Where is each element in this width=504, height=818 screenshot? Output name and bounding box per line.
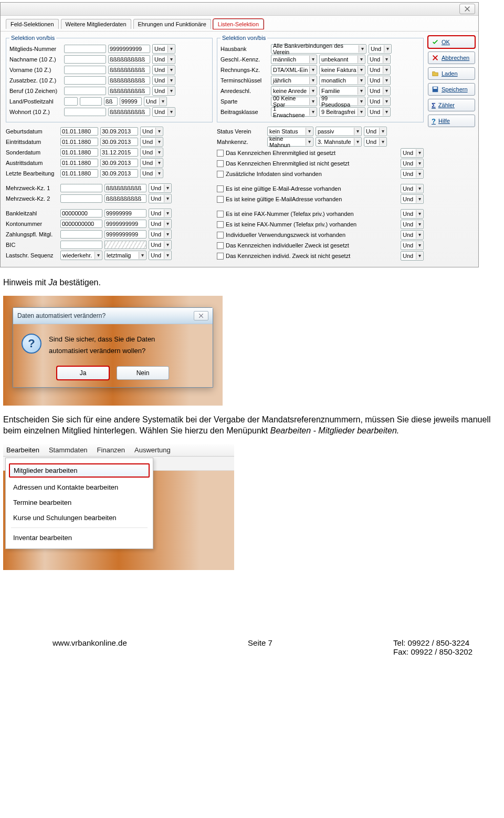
checkbox[interactable] — [217, 196, 224, 203]
operator-dropdown[interactable]: Und — [401, 220, 424, 229]
dropdown[interactable]: kein Status — [267, 127, 313, 136]
operator-dropdown[interactable]: Und — [401, 209, 424, 219]
operator-dropdown[interactable]: Und — [401, 159, 424, 168]
menu-item-mitglieder[interactable]: Mitglieder bearbeiten — [9, 463, 150, 478]
tab-weitere[interactable]: Weitere Mitgliederdaten — [61, 19, 131, 29]
count-button[interactable]: ΣZähler — [428, 99, 475, 111]
checkbox[interactable] — [217, 185, 224, 192]
operator-dropdown[interactable]: Und — [401, 241, 424, 250]
text-input[interactable] — [108, 76, 150, 85]
menu-item-termine[interactable]: Termine bearbeiten — [6, 495, 153, 510]
checkbox[interactable] — [217, 160, 224, 167]
operator-dropdown[interactable]: Und — [149, 183, 172, 193]
dropdown[interactable]: 00 Keine Spar — [271, 97, 317, 106]
operator-dropdown[interactable]: Und — [140, 169, 163, 178]
close-icon[interactable] — [194, 311, 208, 320]
operator-dropdown[interactable]: Und — [152, 86, 175, 96]
text-input[interactable] — [64, 66, 106, 74]
text-input[interactable] — [60, 184, 102, 192]
menu-item-inventar[interactable]: Inventar bearbeiten — [6, 530, 153, 545]
dropdown[interactable]: 9 Beitragsfrei — [319, 107, 365, 117]
operator-dropdown[interactable]: Und — [368, 97, 391, 106]
operator-dropdown[interactable]: Und — [152, 55, 175, 64]
cancel-button[interactable]: Abbrechen — [428, 51, 475, 64]
text-input[interactable] — [108, 87, 150, 95]
text-input[interactable] — [64, 108, 106, 116]
menu-auswertung[interactable]: Auswertung — [134, 446, 171, 454]
checkbox[interactable] — [217, 221, 224, 228]
tab-ehrungen[interactable]: Ehrungen und Funktionäre — [133, 19, 211, 29]
text-input[interactable] — [60, 230, 102, 239]
operator-dropdown[interactable]: Und — [401, 169, 424, 179]
operator-dropdown[interactable]: Und — [368, 65, 391, 75]
text-input[interactable] — [64, 55, 106, 64]
operator-dropdown[interactable]: Und — [140, 148, 163, 157]
text-input[interactable] — [104, 220, 146, 228]
operator-dropdown[interactable]: Und — [149, 194, 172, 203]
text-input[interactable] — [60, 241, 102, 249]
operator-dropdown[interactable]: Und — [152, 44, 175, 54]
text-input[interactable] — [104, 97, 118, 106]
dropdown[interactable]: 1 Erwachsene — [271, 107, 317, 117]
text-input[interactable] — [60, 220, 102, 228]
text-input[interactable] — [104, 194, 146, 203]
dropdown[interactable]: männlich — [271, 55, 317, 64]
ok-button[interactable]: OK — [428, 36, 475, 48]
text-input[interactable] — [104, 184, 146, 192]
text-input[interactable] — [64, 87, 106, 95]
dropdown[interactable]: unbekannt — [319, 55, 365, 64]
text-input[interactable] — [100, 127, 138, 136]
text-input[interactable] — [60, 169, 98, 178]
text-input[interactable] — [60, 159, 98, 167]
operator-dropdown[interactable]: Und — [401, 251, 424, 261]
dropdown[interactable]: jährlich — [271, 76, 317, 85]
operator-dropdown[interactable]: Und — [401, 194, 424, 204]
no-button[interactable]: Nein — [117, 366, 169, 380]
save-button[interactable]: Speichern — [428, 83, 475, 96]
operator-dropdown[interactable]: Und — [401, 184, 424, 193]
dropdown[interactable]: 3. Mahnstufe — [316, 137, 362, 147]
help-button[interactable]: ?Hilfe — [428, 115, 475, 127]
checkbox[interactable] — [217, 253, 224, 260]
text-input[interactable] — [100, 169, 138, 178]
menu-item-kurse[interactable]: Kurse und Schulungen bearbeiten — [6, 510, 153, 525]
operator-dropdown[interactable]: Und — [140, 137, 163, 147]
text-input[interactable] — [60, 138, 98, 146]
checkbox[interactable] — [217, 150, 224, 157]
text-input[interactable] — [108, 108, 150, 116]
text-input[interactable] — [108, 55, 150, 64]
dropdown[interactable]: Alle Bankverbindungen des Verein — [271, 44, 366, 54]
text-input[interactable] — [60, 127, 98, 136]
operator-dropdown[interactable]: Und — [369, 44, 392, 54]
operator-dropdown[interactable]: Und — [152, 107, 175, 117]
operator-dropdown[interactable]: Und — [364, 137, 387, 147]
checkbox[interactable] — [217, 211, 224, 218]
operator-dropdown[interactable]: Und — [364, 127, 387, 136]
operator-dropdown[interactable]: Und — [149, 240, 172, 250]
operator-dropdown[interactable]: Und — [401, 230, 424, 240]
text-input[interactable] — [108, 66, 150, 74]
operator-dropdown[interactable]: Und — [152, 76, 175, 85]
dropdown[interactable]: monatlich — [319, 76, 365, 85]
dropdown[interactable]: keine Faktura — [319, 65, 365, 75]
text-input[interactable] — [80, 97, 102, 106]
operator-dropdown[interactable]: Und — [401, 148, 424, 158]
text-input[interactable] — [120, 97, 142, 106]
operator-dropdown[interactable]: Und — [368, 76, 391, 85]
operator-dropdown[interactable]: Und — [152, 65, 175, 75]
close-icon[interactable] — [459, 4, 475, 14]
text-input[interactable] — [64, 97, 78, 106]
operator-dropdown[interactable]: Und — [140, 158, 163, 168]
text-input[interactable] — [64, 45, 106, 53]
text-input[interactable] — [100, 159, 138, 167]
menu-finanzen[interactable]: Finanzen — [97, 446, 125, 454]
operator-dropdown[interactable]: Und — [368, 55, 391, 64]
menu-bearbeiten[interactable]: Bearbeiten — [6, 446, 39, 454]
checkbox[interactable] — [217, 242, 224, 249]
text-input[interactable] — [108, 45, 150, 53]
text-input[interactable] — [64, 76, 106, 85]
load-button[interactable]: Laden — [428, 67, 475, 80]
text-input[interactable] — [104, 209, 146, 218]
tab-feld[interactable]: Feld-Selektionen — [6, 19, 59, 29]
text-input[interactable] — [100, 148, 138, 157]
